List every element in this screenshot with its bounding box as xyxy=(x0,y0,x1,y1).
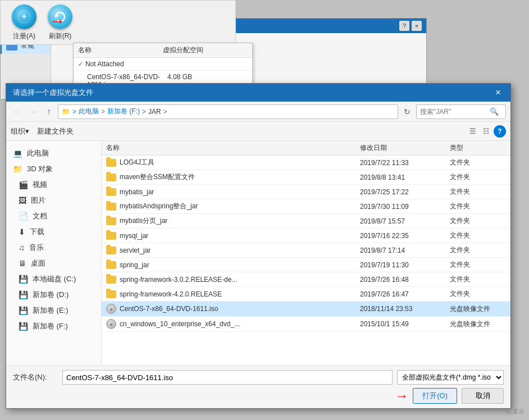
dialog-close-button[interactable]: × xyxy=(492,87,504,98)
file-type: 文件夹 xyxy=(450,275,506,284)
up-button[interactable]: ↑ xyxy=(42,105,56,118)
left-nav-item-0[interactable]: 💻此电脑 xyxy=(6,145,101,161)
file-name-text: spring_jar xyxy=(120,261,149,269)
filetype-select[interactable]: 全部虚拟光盘文件(*.dmg *.iso ▾ xyxy=(397,370,504,385)
dialog-bottom: 文件名(N): 全部虚拟光盘文件(*.dmg *.iso ▾ → 打开(O) 取… xyxy=(6,365,510,408)
view-large-button[interactable]: ☷ xyxy=(480,125,492,138)
nav-icon-doc: 📄 xyxy=(19,212,28,221)
file-name-cell-3: mybatisAndspring整合_jar xyxy=(106,202,360,211)
new-folder-button[interactable]: 新建文件夹 xyxy=(34,125,77,138)
nav-label-1: 3D 对象 xyxy=(27,164,53,174)
organize-button[interactable]: 组织▾ xyxy=(11,126,29,136)
open-button[interactable]: 打开(O) xyxy=(413,388,457,404)
nav-label-2: 视频 xyxy=(33,180,47,190)
search-input[interactable] xyxy=(420,108,487,116)
left-nav-item-10[interactable]: 💾新加卷 (E:) xyxy=(6,303,101,318)
dropdown-header: 名称 虚拟分配空间 xyxy=(74,43,252,58)
close-btn[interactable]: × xyxy=(412,21,422,31)
table-row[interactable]: ●CentOS-7-x86_64-DVD-1611.iso2018/11/14 … xyxy=(102,302,510,317)
table-row[interactable]: mybatis_jar2019/7/25 17:22文件夹 xyxy=(102,185,510,199)
left-nav-item-7[interactable]: 🖥桌面 xyxy=(6,255,101,271)
file-modified: 2019/7/26 16:47 xyxy=(360,290,450,298)
file-modified: 2018/11/14 23:53 xyxy=(360,305,450,313)
file-list-scroll[interactable]: LOG4J工具2019/7/22 11:33文件夹maven整合SSM配置文件2… xyxy=(102,156,510,365)
folder-icon xyxy=(106,159,116,167)
refresh-label: 刷新(R) xyxy=(49,31,72,41)
breadcrumb-drive[interactable]: 新加卷 (F:) xyxy=(107,107,140,116)
left-nav-item-4[interactable]: 📄文档 xyxy=(6,208,101,224)
file-name-cell-7: spring_jar xyxy=(106,261,360,269)
file-modified: 2019/7/16 22:35 xyxy=(360,232,450,240)
back-button[interactable]: ← xyxy=(11,105,24,118)
view-list-button[interactable]: ☰ xyxy=(467,125,479,138)
file-name-text: CentOS-7-x86_64-DVD-1611.iso xyxy=(120,305,218,313)
toolbar-refresh-button[interactable]: ↻ xyxy=(400,105,414,118)
left-nav-item-11[interactable]: 💾新加卷 (F:) xyxy=(6,318,101,334)
nav-label-3: 图片 xyxy=(31,195,45,206)
nav-label-8: 本地磁盘 (C:) xyxy=(33,274,76,284)
left-nav-item-1[interactable]: 📁3D 对象 xyxy=(6,161,101,177)
filename-input[interactable] xyxy=(62,370,393,385)
watermark: 亿速云 xyxy=(506,407,525,416)
file-name-text: servlet_jar xyxy=(120,246,151,254)
breadcrumb-thispc-label[interactable]: 此电脑 xyxy=(79,107,99,116)
nav-label-11: 新加卷 (F:) xyxy=(33,321,68,331)
view-buttons: ☰ ☷ ? xyxy=(467,125,506,138)
register-label: 注册(A) xyxy=(13,31,35,41)
nav-icon-music: ♫ xyxy=(19,243,25,252)
actions-bar: 组织▾ 新建文件夹 ☰ ☷ ? xyxy=(6,122,510,141)
left-nav-item-5[interactable]: ⬇下载 xyxy=(6,224,101,240)
file-modified: 2019/8/7 15:57 xyxy=(360,217,450,225)
table-row[interactable]: ●cn_windows_10_enterprise_x64_dvd_...201… xyxy=(102,317,510,332)
table-row[interactable]: mysql_jar2019/7/16 22:35文件夹 xyxy=(102,229,510,243)
file-type: 文件夹 xyxy=(450,289,506,299)
dialog-titlebar: 请选择一个虚拟光盘文件 × xyxy=(6,84,510,102)
left-nav-item-3[interactable]: 🖼图片 xyxy=(6,193,101,208)
file-type: 文件夹 xyxy=(450,172,506,182)
file-type: 文件夹 xyxy=(450,202,506,211)
breadcrumb-bar: 📁 > 此电脑 > 新加卷 (F:) > JAR > xyxy=(58,104,398,119)
file-name-cell-1: maven整合SSM配置文件 xyxy=(106,172,360,182)
table-row[interactable]: spring_jar2019/7/19 11:30文件夹 xyxy=(102,258,510,272)
svg-text:+: + xyxy=(22,12,26,21)
table-row[interactable]: LOG4J工具2019/7/22 11:33文件夹 xyxy=(102,156,510,170)
dropdown-group-row[interactable]: ✓ Not Attached xyxy=(74,58,252,71)
col-name: 名称 xyxy=(106,143,360,153)
nav-icon-image: 🖼 xyxy=(19,196,26,205)
file-type: 文件夹 xyxy=(450,216,506,226)
file-name-cell-9: spring-framework-4.2.0.RELEASE xyxy=(106,290,360,298)
file-modified: 2019/7/22 11:33 xyxy=(360,159,450,167)
file-type: 文件夹 xyxy=(450,245,506,255)
table-row[interactable]: maven整合SSM配置文件2019/8/8 13:41文件夹 xyxy=(102,170,510,185)
breadcrumb-thispc[interactable]: > xyxy=(72,108,76,116)
filename-label: 文件名(N): xyxy=(13,372,58,382)
nav-icon-desktop: 🖥 xyxy=(19,259,26,268)
help-btn[interactable]: ? xyxy=(399,21,409,31)
nav-label-0: 此电脑 xyxy=(27,148,49,158)
cancel-button[interactable]: 取消 xyxy=(462,388,504,404)
filename-row: 文件名(N): 全部虚拟光盘文件(*.dmg *.iso ▾ xyxy=(13,370,504,385)
forward-button[interactable]: → xyxy=(26,105,40,118)
nav-icon-download: ⬇ xyxy=(19,227,25,236)
folder-icon xyxy=(106,276,116,284)
table-row[interactable]: spring-framework-4.2.0.RELEASE2019/7/26 … xyxy=(102,287,510,302)
help-button[interactable]: ? xyxy=(494,125,506,138)
left-nav-item-8[interactable]: 💾本地磁盘 (C:) xyxy=(6,271,101,287)
register-button[interactable]: + 注册(A) xyxy=(12,4,37,41)
table-row[interactable]: spring-framework-3.0.2.RELEASE-de...2019… xyxy=(102,272,510,287)
file-modified: 2019/8/8 13:41 xyxy=(360,174,450,181)
col-name-header: 名称 xyxy=(78,45,163,55)
left-nav-item-6[interactable]: ♫音乐 xyxy=(6,240,101,255)
nav-label-7: 桌面 xyxy=(31,258,45,268)
file-list-header: 名称 修改日期 类型 xyxy=(102,141,510,156)
folder-icon xyxy=(106,203,116,211)
left-nav-item-9[interactable]: 💾新加卷 (D:) xyxy=(6,287,101,303)
file-name-cell-2: mybatis_jar xyxy=(106,188,360,196)
window-controls: ? × xyxy=(399,21,422,31)
table-row[interactable]: mybatisAndspring整合_jar2019/7/30 11:09文件夹 xyxy=(102,199,510,214)
table-row[interactable]: mybatis分页_jar2019/8/7 15:57文件夹 xyxy=(102,214,510,229)
nav-icon-drive: 💾 xyxy=(19,322,28,331)
nav-icon-folder3d: 📁 xyxy=(13,165,22,174)
table-row[interactable]: servlet_jar2019/8/7 17:14文件夹 xyxy=(102,243,510,258)
left-nav-item-2[interactable]: 🎬视频 xyxy=(6,177,101,193)
